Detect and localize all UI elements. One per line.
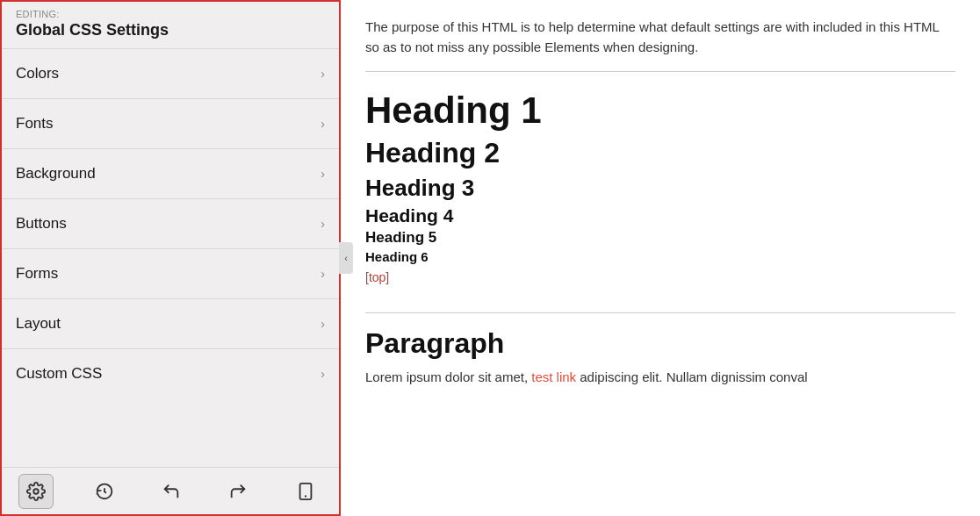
collapse-sidebar-button[interactable]: ‹ bbox=[339, 242, 353, 274]
bottom-toolbar bbox=[2, 467, 339, 514]
heading-6: Heading 6 bbox=[365, 249, 955, 264]
settings-button[interactable] bbox=[18, 474, 54, 509]
sidebar-item-layout[interactable]: Layout › bbox=[2, 298, 339, 348]
sidebar-title: Global CSS Settings bbox=[2, 19, 339, 48]
sidebar-item-buttons[interactable]: Buttons › bbox=[2, 198, 339, 248]
content-intro: The purpose of this HTML is to help dete… bbox=[365, 18, 955, 72]
sidebar-nav: Colors › Fonts › Background › Buttons › … bbox=[2, 48, 339, 467]
chevron-right-icon: › bbox=[321, 267, 325, 281]
heading-3: Heading 3 bbox=[365, 175, 955, 202]
content-area: The purpose of this HTML is to help dete… bbox=[341, 0, 980, 516]
top-link[interactable]: [top] bbox=[365, 270, 389, 284]
history-button[interactable] bbox=[88, 475, 121, 508]
svg-point-0 bbox=[33, 489, 39, 494]
heading-2: Heading 2 bbox=[365, 137, 955, 169]
chevron-right-icon: › bbox=[321, 167, 325, 181]
chevron-right-icon: › bbox=[321, 317, 325, 331]
mobile-preview-button[interactable] bbox=[289, 475, 322, 508]
sidebar-item-custom-css[interactable]: Custom CSS › bbox=[2, 348, 339, 398]
chevron-right-icon: › bbox=[321, 117, 325, 131]
heading-1: Heading 1 bbox=[365, 90, 955, 132]
sidebar-item-forms[interactable]: Forms › bbox=[2, 248, 339, 298]
chevron-right-icon: › bbox=[321, 367, 325, 381]
sidebar-item-fonts[interactable]: Fonts › bbox=[2, 98, 339, 148]
heading-5: Heading 5 bbox=[365, 229, 955, 247]
paragraph-title: Paragraph bbox=[365, 327, 955, 360]
sidebar: EDITING: Global CSS Settings Colors › Fo… bbox=[0, 0, 341, 516]
paragraph-continuation-text: adipiscing elit. Nullam dignissim conval bbox=[576, 369, 807, 384]
heading-4: Heading 4 bbox=[365, 205, 955, 226]
chevron-right-icon: › bbox=[321, 67, 325, 81]
section-divider bbox=[365, 312, 955, 313]
sidebar-item-background[interactable]: Background › bbox=[2, 148, 339, 198]
redo-button[interactable] bbox=[221, 475, 255, 508]
undo-button[interactable] bbox=[155, 475, 188, 508]
chevron-right-icon: › bbox=[321, 217, 325, 231]
editing-label: EDITING: bbox=[2, 2, 339, 19]
paragraph-text: Lorem ipsum dolor sit amet, test link ad… bbox=[365, 367, 955, 388]
test-link[interactable]: test link bbox=[531, 369, 576, 384]
sidebar-item-colors[interactable]: Colors › bbox=[2, 48, 339, 98]
paragraph-intro-text: Lorem ipsum dolor sit amet, bbox=[365, 369, 531, 384]
